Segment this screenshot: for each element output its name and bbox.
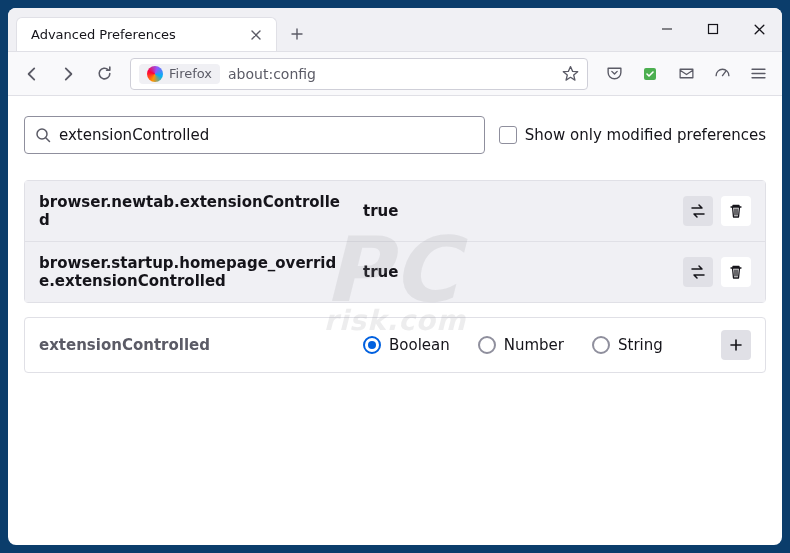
extension-button[interactable] — [634, 58, 666, 90]
radio-icon — [363, 336, 381, 354]
search-input[interactable] — [59, 126, 474, 144]
search-icon — [35, 127, 51, 143]
menu-button[interactable] — [742, 58, 774, 90]
preference-row[interactable]: browser.startup.homepage_override.extens… — [25, 241, 765, 302]
browser-tab[interactable]: Advanced Preferences — [16, 17, 277, 51]
url-bar[interactable]: Firefox about:config — [130, 58, 588, 90]
about-config-content: Show only modified preferences browser.n… — [8, 96, 782, 545]
window-controls — [644, 8, 782, 51]
maximize-button[interactable] — [690, 8, 736, 51]
delete-button[interactable] — [721, 196, 751, 226]
search-row: Show only modified preferences — [24, 116, 766, 154]
add-preference-row: extensionControlled Boolean Number Strin… — [24, 317, 766, 373]
pocket-button[interactable] — [598, 58, 630, 90]
radio-icon — [478, 336, 496, 354]
preference-actions — [683, 257, 751, 287]
titlebar: Advanced Preferences — [8, 8, 782, 52]
toggle-button[interactable] — [683, 196, 713, 226]
radio-label: String — [618, 336, 663, 354]
radio-boolean[interactable]: Boolean — [363, 336, 450, 354]
radio-label: Boolean — [389, 336, 450, 354]
bookmark-star-icon[interactable] — [562, 65, 579, 82]
minimize-button[interactable] — [644, 8, 690, 51]
reload-button[interactable] — [88, 58, 120, 90]
radio-label: Number — [504, 336, 564, 354]
back-button[interactable] — [16, 58, 48, 90]
browser-window: Advanced Preferences — [8, 8, 782, 545]
add-button[interactable] — [721, 330, 751, 360]
add-preference-name: extensionControlled — [39, 336, 349, 354]
preference-name: browser.startup.homepage_override.extens… — [39, 254, 349, 290]
type-radio-group: Boolean Number String — [363, 336, 707, 354]
preference-name: browser.newtab.extensionControlled — [39, 193, 349, 229]
new-tab-button[interactable] — [283, 20, 311, 48]
delete-button[interactable] — [721, 257, 751, 287]
search-box[interactable] — [24, 116, 485, 154]
forward-button[interactable] — [52, 58, 84, 90]
preference-value: true — [363, 202, 669, 220]
radio-number[interactable]: Number — [478, 336, 564, 354]
identity-label: Firefox — [169, 66, 212, 81]
close-icon[interactable] — [246, 25, 266, 45]
preference-value: true — [363, 263, 669, 281]
radio-icon — [592, 336, 610, 354]
show-modified-checkbox[interactable]: Show only modified preferences — [499, 126, 766, 144]
mail-button[interactable] — [670, 58, 702, 90]
preference-row[interactable]: browser.newtab.extensionControlled true — [25, 181, 765, 241]
url-text: about:config — [228, 66, 554, 82]
toggle-button[interactable] — [683, 257, 713, 287]
tab-title: Advanced Preferences — [31, 27, 176, 42]
close-button[interactable] — [736, 8, 782, 51]
svg-rect-0 — [709, 25, 718, 34]
radio-string[interactable]: String — [592, 336, 663, 354]
identity-box[interactable]: Firefox — [139, 64, 220, 84]
checkbox-icon — [499, 126, 517, 144]
preference-list: browser.newtab.extensionControlled true … — [24, 180, 766, 303]
firefox-logo-icon — [147, 66, 163, 82]
preference-actions — [683, 196, 751, 226]
navigation-toolbar: Firefox about:config — [8, 52, 782, 96]
checkbox-label: Show only modified preferences — [525, 126, 766, 144]
dashboard-button[interactable] — [706, 58, 738, 90]
